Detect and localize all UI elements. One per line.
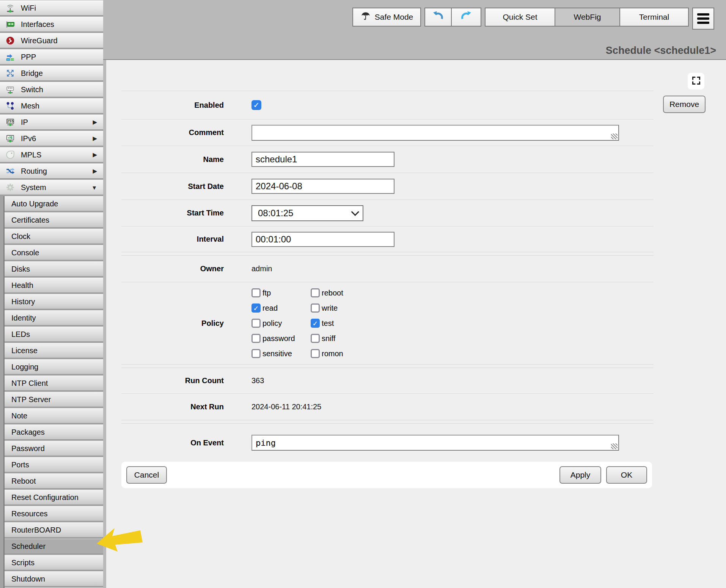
sidebar-item-scripts[interactable]: Scripts — [5, 555, 103, 570]
sidebar-item-label: IP — [21, 118, 28, 127]
sidebar-item-certificates[interactable]: Certificates — [5, 212, 103, 228]
sidebar-item-disks[interactable]: Disks — [5, 261, 103, 277]
remove-button[interactable]: Remove — [663, 96, 706, 113]
sidebar-item-ipv6[interactable]: √6IPv6▶ — [0, 131, 103, 146]
sidebar-item-console[interactable]: Console — [5, 245, 103, 260]
policy-option-reboot[interactable]: reboot — [311, 288, 343, 297]
policy-option-password[interactable]: password — [251, 334, 311, 343]
sidebar-item-auto-upgrade[interactable]: Auto Upgrade — [5, 196, 103, 211]
apply-button[interactable]: Apply — [559, 466, 601, 484]
sidebar-item-routing[interactable]: Routing▶ — [0, 164, 103, 179]
sidebar-item-bridge[interactable]: Bridge — [0, 66, 103, 81]
sidebar-item-label: PPP — [21, 53, 36, 61]
sidebar-item-label: Switch — [21, 85, 43, 94]
form-row-interval: Interval — [121, 226, 654, 252]
sidebar-item-ntp-client[interactable]: NTP Client — [5, 376, 103, 391]
password-checkbox[interactable] — [251, 334, 261, 343]
sidebar-item-ntp-server[interactable]: NTP Server — [5, 392, 103, 407]
sidebar-item-wireguard[interactable]: WireGuard — [0, 33, 103, 48]
ftp-checkbox[interactable] — [251, 288, 261, 297]
sidebar-main: WiFiInterfacesWireGuardPPPBridgeSwitchMe… — [0, 0, 103, 195]
ok-button[interactable]: OK — [606, 466, 647, 484]
sidebar-item-license[interactable]: License — [5, 343, 103, 358]
write-checkbox[interactable] — [311, 303, 320, 313]
sidebar-item-identity[interactable]: Identity — [5, 310, 103, 325]
policy-option-test[interactable]: ✓test — [311, 319, 343, 328]
sidebar-item-routerboard[interactable]: RouterBOARD — [5, 522, 103, 538]
start-date-input[interactable] — [251, 179, 394, 194]
form-row-policy: Policy ftp✓readpolicypasswordsensitivere… — [121, 282, 654, 364]
policy-option-sensitive[interactable]: sensitive — [251, 349, 311, 358]
tab-quick-set[interactable]: Quick Set — [485, 8, 555, 27]
sidebar-item-label: Mesh — [21, 102, 39, 110]
interval-label: Interval — [121, 235, 224, 244]
button-bar: Cancel Apply OK — [121, 462, 652, 488]
cancel-button[interactable]: Cancel — [126, 466, 167, 484]
sensitive-checkbox[interactable] — [251, 349, 261, 358]
on-event-value: ping — [256, 438, 276, 448]
sidebar-item-mesh[interactable]: Mesh — [0, 98, 103, 113]
policy-option-policy[interactable]: policy — [251, 319, 311, 328]
sidebar-item-ports[interactable]: Ports — [5, 457, 103, 472]
sniff-checkbox[interactable] — [311, 334, 320, 343]
hamburger-menu-button[interactable] — [692, 8, 714, 30]
comment-textarea[interactable] — [251, 125, 619, 141]
form-row-enabled: Enabled ✓ — [121, 91, 654, 119]
sidebar-item-shutdown[interactable]: Shutdown — [5, 571, 103, 586]
sidebar-item-mpls[interactable]: MPLS▶ — [0, 147, 103, 162]
policy-option-ftp[interactable]: ftp — [251, 288, 311, 297]
sidebar-item-ppp[interactable]: PPP — [0, 49, 103, 64]
sidebar-item-health[interactable]: Health — [5, 278, 103, 293]
sidebar-item-leds[interactable]: LEDs — [5, 327, 103, 342]
quick-set-label: Quick Set — [503, 13, 537, 22]
name-input[interactable] — [251, 152, 394, 167]
sidebar-item-note[interactable]: Note — [5, 408, 103, 423]
fullscreen-icon — [691, 75, 701, 87]
sidebar-item-password[interactable]: Password — [5, 441, 103, 456]
interval-input[interactable] — [251, 232, 394, 247]
reboot-checkbox[interactable] — [311, 288, 320, 297]
policy-option-write[interactable]: write — [311, 303, 343, 313]
sidebar-item-reset-configuration[interactable]: Reset Configuration — [5, 490, 103, 505]
svg-text:255: 255 — [7, 119, 14, 123]
ipv6-icon: √6 — [5, 133, 16, 144]
policy-option-read[interactable]: ✓read — [251, 303, 311, 313]
read-checkbox[interactable]: ✓ — [251, 303, 261, 313]
sidebar-item-clock[interactable]: Clock — [5, 229, 103, 244]
sidebar-item-system[interactable]: System▼ — [0, 180, 103, 195]
redo-button[interactable] — [452, 8, 481, 27]
mpls-icon — [5, 149, 16, 160]
form-row-comment: Comment — [121, 119, 654, 146]
sidebar-item-resources[interactable]: Resources — [5, 506, 103, 521]
sidebar: WiFiInterfacesWireGuardPPPBridgeSwitchMe… — [0, 0, 103, 588]
on-event-textarea[interactable]: ping — [251, 435, 619, 451]
resize-grip-icon[interactable] — [611, 443, 618, 449]
start-time-select[interactable]: 08:01:25 — [251, 205, 363, 221]
resize-grip-icon[interactable] — [611, 134, 618, 139]
system-icon — [5, 182, 16, 193]
policy-option-label: sniff — [322, 334, 335, 343]
sidebar-item-interfaces[interactable]: Interfaces — [0, 17, 103, 32]
policy-checkbox[interactable] — [251, 319, 261, 328]
policy-option-sniff[interactable]: sniff — [311, 334, 343, 343]
start-date-label: Start Date — [121, 182, 224, 191]
enabled-checkbox[interactable]: ✓ — [251, 100, 261, 110]
svg-text:√6: √6 — [8, 135, 13, 140]
policy-option-romon[interactable]: romon — [311, 349, 343, 358]
sidebar-item-logging[interactable]: Logging — [5, 359, 103, 374]
undo-button[interactable] — [424, 8, 452, 27]
sidebar-item-history[interactable]: History — [5, 294, 103, 309]
sidebar-item-packages[interactable]: Packages — [5, 424, 103, 440]
test-checkbox[interactable]: ✓ — [311, 319, 320, 328]
sidebar-item-reboot[interactable]: Reboot — [5, 473, 103, 489]
tab-webfig[interactable]: WebFig — [555, 8, 620, 27]
chevron-right-icon: ▶ — [93, 135, 97, 142]
fullscreen-button[interactable] — [688, 73, 704, 90]
sidebar-item-wifi[interactable]: WiFi — [0, 0, 103, 16]
sidebar-item-ip[interactable]: 255IP▶ — [0, 115, 103, 130]
sidebar-item-switch[interactable]: Switch — [0, 82, 103, 97]
safe-mode-button[interactable]: Safe Mode — [352, 8, 421, 27]
sidebar-item-scheduler[interactable]: Scheduler — [5, 539, 103, 554]
tab-terminal[interactable]: Terminal — [620, 8, 689, 27]
romon-checkbox[interactable] — [311, 349, 320, 358]
